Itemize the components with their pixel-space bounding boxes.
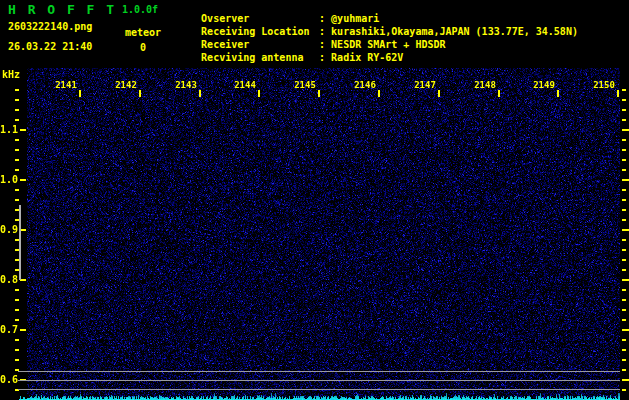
- freq-major-tick-right: [622, 279, 629, 281]
- freq-minor-tick-right: [622, 309, 626, 311]
- freq-minor-tick-right: [622, 209, 626, 211]
- carrier-line: [18, 371, 620, 372]
- freq-minor-tick-right: [622, 139, 626, 141]
- time-tick: [318, 90, 320, 97]
- freq-major-tick-right: [622, 129, 629, 131]
- freq-minor-tick-left: [15, 189, 19, 191]
- freq-minor-tick-right: [622, 169, 626, 171]
- freq-minor-tick-right: [622, 349, 626, 351]
- freq-minor-tick-right: [622, 369, 626, 371]
- freq-minor-tick-right: [622, 199, 626, 201]
- time-tick: [378, 90, 380, 97]
- freq-minor-tick-right: [622, 119, 626, 121]
- freq-minor-tick-right: [622, 219, 626, 221]
- time-tick-label: 2149: [529, 80, 559, 90]
- time-tick: [199, 90, 201, 97]
- freq-minor-tick-right: [622, 359, 626, 361]
- freq-minor-tick-left: [15, 119, 19, 121]
- freq-major-tick-right: [622, 179, 629, 181]
- freq-minor-tick-left: [15, 149, 19, 151]
- time-tick-label: 2147: [410, 80, 440, 90]
- freq-minor-tick-right: [622, 249, 626, 251]
- freq-minor-tick-right: [622, 299, 626, 301]
- freq-minor-tick-right: [622, 319, 626, 321]
- axes-overlay: 1.11.00.90.80.70.62141214221432144214521…: [0, 0, 629, 400]
- freq-minor-tick-right: [622, 389, 626, 391]
- freq-minor-tick-left: [15, 109, 19, 111]
- freq-minor-tick-right: [622, 149, 626, 151]
- freq-minor-tick-right: [622, 159, 626, 161]
- freq-minor-tick-left: [15, 309, 19, 311]
- freq-minor-tick-right: [622, 239, 626, 241]
- time-tick: [79, 90, 81, 97]
- carrier-line: [18, 389, 620, 390]
- freq-minor-tick-right: [622, 109, 626, 111]
- freq-minor-tick-left: [15, 159, 19, 161]
- freq-minor-tick-left: [15, 359, 19, 361]
- freq-minor-tick-right: [622, 339, 626, 341]
- freq-minor-tick-left: [15, 89, 19, 91]
- calibration-bar: [19, 205, 21, 280]
- time-tick: [498, 90, 500, 97]
- freq-minor-tick-left: [15, 289, 19, 291]
- freq-minor-tick-right: [622, 89, 626, 91]
- time-tick: [139, 90, 141, 97]
- time-tick-label: 2148: [470, 80, 500, 90]
- time-tick: [438, 90, 440, 97]
- freq-minor-tick-left: [15, 99, 19, 101]
- time-tick-label: 2150: [589, 80, 619, 90]
- time-tick-label: 2142: [111, 80, 141, 90]
- time-tick: [617, 90, 619, 97]
- freq-minor-tick-right: [622, 269, 626, 271]
- freq-tick-label: 0.9: [0, 224, 18, 235]
- freq-minor-tick-left: [15, 319, 19, 321]
- freq-minor-tick-right: [622, 259, 626, 261]
- freq-tick-label: 1.1: [0, 124, 18, 135]
- time-tick-label: 2144: [230, 80, 260, 90]
- freq-major-tick-left: [20, 179, 26, 181]
- time-tick-label: 2141: [51, 80, 81, 90]
- freq-major-tick-left: [20, 129, 26, 131]
- freq-minor-tick-left: [15, 299, 19, 301]
- freq-minor-tick-right: [622, 289, 626, 291]
- time-tick-label: 2143: [171, 80, 201, 90]
- time-tick-label: 2146: [350, 80, 380, 90]
- freq-major-tick-right: [622, 229, 629, 231]
- freq-minor-tick-left: [15, 199, 19, 201]
- freq-minor-tick-left: [15, 339, 19, 341]
- freq-minor-tick-left: [15, 169, 19, 171]
- time-tick: [258, 90, 260, 97]
- freq-major-tick-right: [622, 329, 629, 331]
- freq-minor-tick-right: [622, 99, 626, 101]
- freq-tick-label: 0.8: [0, 274, 18, 285]
- time-tick: [557, 90, 559, 97]
- freq-minor-tick-right: [622, 189, 626, 191]
- time-tick-label: 2145: [290, 80, 320, 90]
- hrofft-output-image: H R O F F T 1.0.0f 2603222140.png meteor…: [0, 0, 629, 400]
- freq-major-tick-right: [622, 379, 629, 381]
- freq-minor-tick-left: [15, 139, 19, 141]
- freq-minor-tick-left: [15, 349, 19, 351]
- freq-tick-label: 0.7: [0, 324, 18, 335]
- freq-major-tick-left: [20, 329, 26, 331]
- carrier-line: [18, 380, 620, 381]
- freq-tick-label: 1.0: [0, 174, 18, 185]
- freq-tick-label: 0.6: [0, 374, 18, 385]
